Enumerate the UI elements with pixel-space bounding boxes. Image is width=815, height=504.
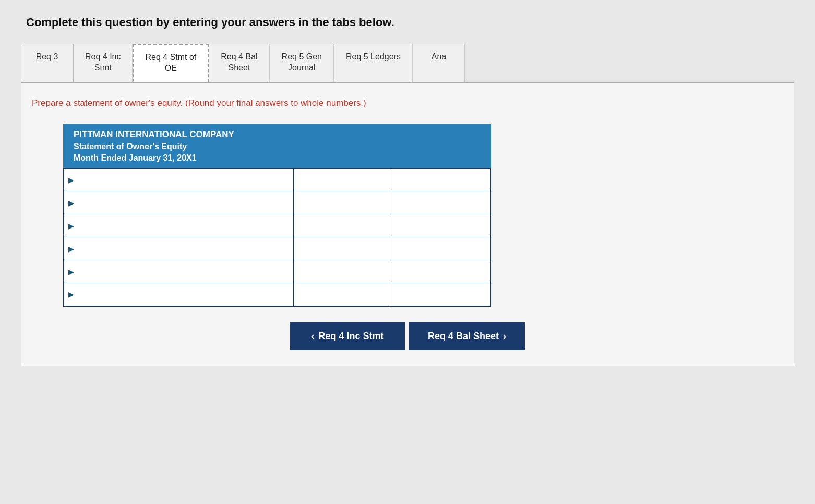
table-row: ▶ <box>64 260 490 283</box>
row3-col1[interactable] <box>293 214 392 237</box>
tab-req4-oe[interactable]: Req 4 Stmt ofOE <box>133 44 209 82</box>
table-row: ▶ <box>64 191 490 214</box>
row2-label[interactable]: ▶ <box>64 191 293 214</box>
row5-col2[interactable] <box>392 260 490 283</box>
subtitle-round: (Round your final answers to whole numbe… <box>185 98 366 108</box>
tab-req5-ledgers[interactable]: Req 5 Ledgers <box>334 44 413 82</box>
table-row: ▶ <box>64 214 490 237</box>
row5-col1[interactable] <box>293 260 392 283</box>
company-name: PITTMAN INTERNATIONAL COMPANY <box>74 129 481 140</box>
row6-col2[interactable] <box>392 283 490 306</box>
tab-req5-gen[interactable]: Req 5 GenJournal <box>270 44 334 82</box>
next-button-label: Req 4 Bal Sheet <box>428 331 499 342</box>
tab-req3[interactable]: Req 3 <box>21 44 73 82</box>
prev-arrow-icon: ‹ <box>311 331 314 342</box>
row4-col1[interactable] <box>293 237 392 260</box>
content-area: Prepare a statement of owner's equity. (… <box>21 83 794 366</box>
prev-button[interactable]: ‹ Req 4 Inc Stmt <box>290 322 405 350</box>
row1-label[interactable]: ▶ <box>64 169 293 191</box>
table-row: ▶ <box>64 169 490 191</box>
row1-col1[interactable] <box>293 169 392 191</box>
table-row: ▶ <box>64 283 490 306</box>
row3-col2[interactable] <box>392 214 490 237</box>
prev-button-label: Req 4 Inc Stmt <box>318 331 383 342</box>
row4-col2[interactable] <box>392 237 490 260</box>
data-table: ▶ ▶ ▶ ▶ <box>63 168 491 307</box>
row1-col2[interactable] <box>392 169 490 191</box>
tab-req4-inc[interactable]: Req 4 IncStmt <box>73 44 133 82</box>
page-container: Complete this question by entering your … <box>0 0 815 504</box>
next-button[interactable]: Req 4 Bal Sheet › <box>409 322 525 350</box>
statement-title: Statement of Owner's Equity <box>74 142 481 151</box>
row2-col2[interactable] <box>392 191 490 214</box>
row5-label[interactable]: ▶ <box>64 260 293 283</box>
bottom-nav: ‹ Req 4 Inc Stmt Req 4 Bal Sheet › <box>32 322 783 350</box>
statement-header: PITTMAN INTERNATIONAL COMPANY Statement … <box>63 124 491 168</box>
next-arrow-icon: › <box>503 331 506 342</box>
row6-col1[interactable] <box>293 283 392 306</box>
statement-period: Month Ended January 31, 20X1 <box>74 153 481 163</box>
tab-req4-bal[interactable]: Req 4 BalSheet <box>209 44 269 82</box>
tabs-row: Req 3 Req 4 IncStmt Req 4 Stmt ofOE Req … <box>21 44 794 83</box>
row4-label[interactable]: ▶ <box>64 237 293 260</box>
statement-wrapper: PITTMAN INTERNATIONAL COMPANY Statement … <box>63 124 491 307</box>
row3-label[interactable]: ▶ <box>64 214 293 237</box>
row2-col1[interactable] <box>293 191 392 214</box>
subtitle-text: Prepare a statement of owner's equity. (… <box>32 93 783 114</box>
table-row: ▶ <box>64 237 490 260</box>
subtitle-main: Prepare a statement of owner's equity. <box>32 98 183 108</box>
row6-label[interactable]: ▶ <box>64 283 293 306</box>
tab-ana[interactable]: Ana <box>413 44 465 82</box>
instruction-text: Complete this question by entering your … <box>21 16 794 29</box>
